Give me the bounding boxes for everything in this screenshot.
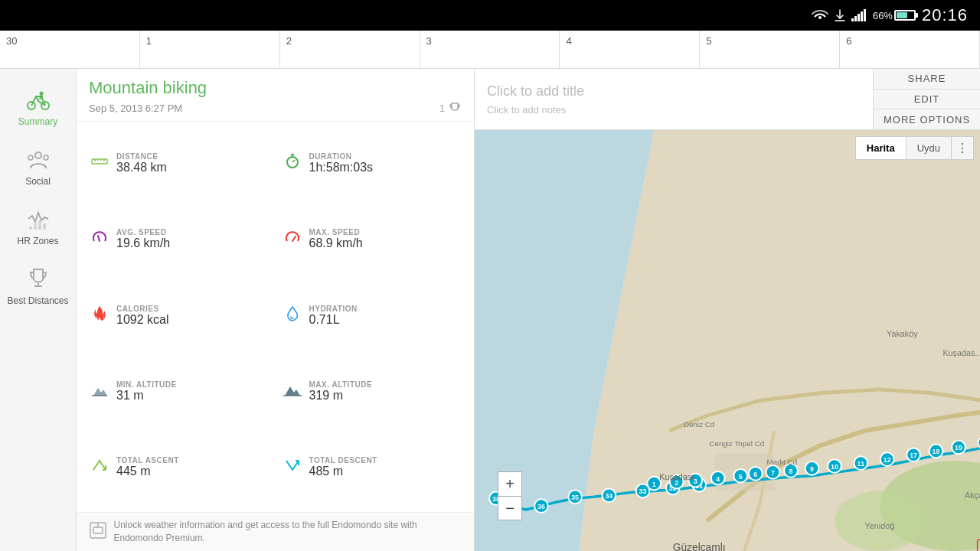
- activity-meta: Sep 5, 2013 6:27 PM 1: [89, 101, 462, 115]
- svg-text:7: 7: [771, 469, 775, 477]
- stat-text-max-altitude: MAX. ALTITUDE 319 m: [309, 380, 373, 403]
- status-time: 20:16: [922, 5, 968, 25]
- hr-icon: [24, 205, 52, 233]
- share-button[interactable]: SHARE: [874, 69, 980, 90]
- map-tab-uydu[interactable]: Uydu: [906, 137, 951, 159]
- more-options-button[interactable]: MORE OPTIONS: [874, 109, 980, 129]
- stat-text-max-speed: MAX. SPEED 68.9 km/h: [309, 228, 363, 250]
- stat-value-distance: 38.48 km: [116, 161, 167, 174]
- sidebar: Summary Social HR Zones: [0, 69, 77, 551]
- stat-item-duration: DURATION 1h:58m:03s: [282, 128, 462, 199]
- sidebar-item-summary[interactable]: Summary: [0, 77, 76, 136]
- gauge-max-icon: [282, 228, 303, 250]
- svg-text:Markt Cd: Markt Cd: [766, 458, 797, 466]
- calendar-cell[interactable]: 2: [280, 31, 420, 68]
- activity-panel: Mountain biking Sep 5, 2013 6:27 PM 1 DI…: [77, 69, 475, 551]
- zoom-out-button[interactable]: −: [498, 496, 522, 520]
- svg-point-11: [44, 155, 48, 160]
- ascent-icon: [89, 456, 110, 478]
- stat-value-min-altitude: 31 m: [116, 389, 177, 403]
- social-icon: [24, 145, 52, 173]
- battery-icon: [894, 10, 916, 21]
- stat-item-avg-speed: AVG. SPEED 19.6 km/h: [89, 204, 270, 275]
- edit-button[interactable]: EDIT: [874, 90, 980, 110]
- svg-line-28: [292, 236, 296, 241]
- activity-date: Sep 5, 2013 6:27 PM: [89, 103, 182, 114]
- stat-text-distance: DISTANCE 38.48 km: [116, 152, 167, 174]
- stat-item-max-altitude: MAX. ALTITUDE 319 m: [282, 356, 462, 427]
- svg-point-9: [35, 152, 41, 158]
- title-area: Click to add title Click to add notes SH…: [475, 69, 980, 130]
- sidebar-item-hr-zones[interactable]: HR Zones: [0, 196, 76, 256]
- battery-indicator: 66%: [873, 10, 916, 21]
- stat-value-max-altitude: 319 m: [309, 389, 373, 403]
- water-icon: [282, 305, 303, 327]
- svg-point-8: [39, 92, 43, 96]
- calendar-cell[interactable]: 30: [0, 31, 140, 68]
- map-tab-extra[interactable]: ⋮: [952, 137, 973, 159]
- svg-point-10: [28, 155, 33, 160]
- sidebar-item-best-distances[interactable]: Best Distances: [0, 256, 76, 315]
- wifi-icon: [812, 9, 828, 21]
- status-icons: 66% 20:16: [812, 5, 968, 25]
- stat-label-distance: DISTANCE: [116, 152, 167, 161]
- svg-rect-0: [851, 18, 854, 21]
- activity-title: Mountain biking: [89, 78, 462, 98]
- stat-value-calories: 1092 kcal: [116, 313, 169, 327]
- svg-text:5: 5: [739, 473, 743, 481]
- svg-line-27: [98, 236, 100, 241]
- svg-text:34: 34: [605, 492, 612, 500]
- stat-label-total-ascent: TOTAL ASCENT: [116, 456, 179, 465]
- calendar-cell[interactable]: 6: [840, 31, 980, 68]
- battery-percent: 66%: [873, 10, 893, 21]
- download-icon: [835, 9, 845, 21]
- svg-text:17: 17: [910, 452, 917, 459]
- sidebar-item-social[interactable]: Social: [0, 136, 76, 196]
- svg-text:19: 19: [955, 444, 962, 452]
- title-inputs: Click to add title Click to add notes: [475, 69, 873, 129]
- notes-placeholder[interactable]: Click to add notes: [487, 104, 861, 116]
- svg-text:12: 12: [884, 456, 891, 464]
- main-content: Summary Social HR Zones: [0, 69, 980, 551]
- sidebar-label-summary: Summary: [18, 116, 57, 127]
- stat-item-total-ascent: TOTAL ASCENT 445 m: [89, 432, 270, 503]
- activity-trophy: 1: [439, 101, 462, 115]
- svg-text:35: 35: [571, 494, 579, 501]
- bike-icon: [24, 86, 52, 113]
- premium-text: Unlock weather information and get acces…: [114, 519, 462, 545]
- stat-item-max-speed: MAX. SPEED 68.9 km/h: [282, 204, 462, 275]
- calendar-cell[interactable]: 3: [420, 31, 560, 68]
- signal-icon: [851, 9, 867, 21]
- calendar-cell[interactable]: 5: [700, 31, 840, 68]
- svg-text:36: 36: [537, 503, 545, 510]
- svg-text:9: 9: [810, 465, 814, 473]
- svg-rect-4: [864, 9, 866, 21]
- stat-text-total-ascent: TOTAL ASCENT 445 m: [116, 456, 179, 478]
- premium-icon: [89, 521, 108, 543]
- action-buttons: SHARE EDIT MORE OPTIONS: [873, 69, 980, 129]
- stat-item-distance: DISTANCE 38.48 km: [89, 128, 270, 199]
- stat-text-hydration: HYDRATION 0.71L: [309, 305, 358, 327]
- zoom-in-button[interactable]: +: [498, 471, 522, 496]
- stat-item-min-altitude: MIN. ALTITUDE 31 m: [89, 356, 270, 427]
- svg-text:4: 4: [716, 475, 720, 483]
- map-container[interactable]: 38 37 36 35 34 33 32 31 1 2 3: [475, 130, 980, 551]
- mountain-min-icon: [89, 380, 110, 403]
- svg-rect-3: [861, 11, 863, 21]
- stat-text-calories: CALORIES 1092 kcal: [116, 305, 169, 327]
- premium-banner: Unlock weather information and get acces…: [77, 512, 474, 551]
- svg-rect-12: [29, 227, 32, 230]
- svg-text:Güzelçamlı: Güzelçamlı: [673, 542, 726, 551]
- calendar-cell[interactable]: 1: [140, 31, 280, 68]
- calendar-strip: 30123456: [0, 31, 980, 69]
- stat-value-duration: 1h:58m:03s: [309, 161, 374, 174]
- trophy-small-icon: [448, 101, 462, 115]
- map-tab-harita[interactable]: Harita: [856, 137, 906, 159]
- stat-value-hydration: 0.71L: [309, 313, 358, 327]
- stat-label-min-altitude: MIN. ALTITUDE: [116, 380, 177, 389]
- svg-text:Deniz Cd: Deniz Cd: [684, 420, 714, 429]
- calendar-cell[interactable]: 4: [560, 31, 700, 68]
- title-placeholder[interactable]: Click to add title: [487, 83, 861, 99]
- svg-text:Kuşadas...: Kuşadas...: [942, 348, 980, 357]
- svg-line-25: [292, 160, 295, 162]
